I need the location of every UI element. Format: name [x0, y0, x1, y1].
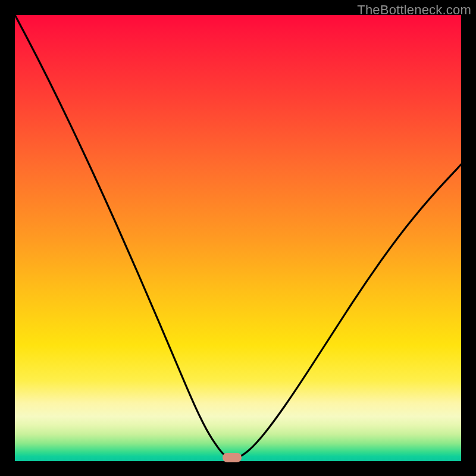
- bottleneck-curve: [15, 15, 461, 459]
- curve-min-marker: [223, 453, 242, 462]
- chart-frame: TheBottleneck.com: [0, 0, 476, 476]
- plot-area: [15, 15, 461, 461]
- curve-svg: [15, 15, 461, 461]
